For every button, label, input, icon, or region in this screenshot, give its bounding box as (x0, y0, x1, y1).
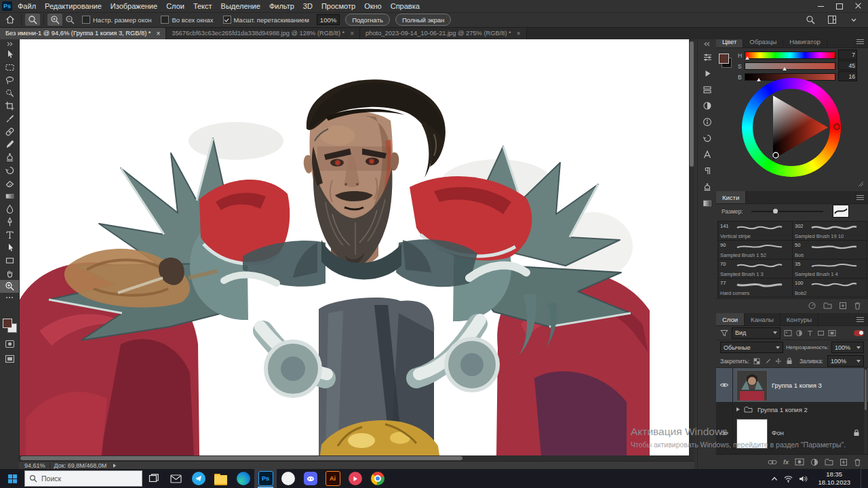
white-circle-app-icon[interactable] (277, 469, 299, 488)
quick-mask-icon[interactable] (0, 338, 19, 350)
tab-channels[interactable]: Каналы (745, 313, 781, 325)
document-tab-3[interactable]: photo_2023-09-14_10-06-21.jpg @ 275% (RG… (360, 27, 526, 39)
menu-select[interactable]: Выделение (221, 2, 260, 10)
menu-image[interactable]: Изображение (111, 2, 157, 10)
delete-brush-icon[interactable] (854, 302, 861, 310)
task-view-button[interactable] (142, 469, 165, 488)
restore-button[interactable] (830, 0, 849, 12)
document-tab-2[interactable]: 35676cbf63c63ec265fd1da338d94988.jpg @ 1… (166, 27, 360, 39)
layer-name[interactable]: Группа 1 копия 3 (772, 382, 822, 389)
brightness-value-field[interactable]: 16 (838, 71, 857, 81)
brush-item[interactable]: 302 Sampled Brush 19 10 (792, 221, 867, 241)
fill-dropdown[interactable]: 100% (827, 355, 864, 367)
lock-pixels-icon[interactable] (764, 358, 771, 365)
lasso-tool[interactable] (0, 74, 19, 87)
screen-mode-icon[interactable] (0, 352, 19, 365)
brush-size-slider-handle[interactable] (773, 209, 778, 214)
saturation-slider[interactable] (745, 62, 835, 70)
healing-brush-tool[interactable] (0, 125, 19, 138)
layer-effects-icon[interactable]: fx (783, 459, 789, 466)
color-swatches[interactable] (3, 319, 16, 332)
brush-item[interactable]: 70 Sampled Brush 1 3 (717, 259, 793, 279)
new-brush-icon[interactable] (839, 302, 847, 310)
layer-thumbnail[interactable] (736, 419, 768, 449)
document-tab-1[interactable]: Без имени-1 @ 94,6% (Группа 1 копия 3, R… (0, 27, 166, 39)
brush-item[interactable]: 141 Vertical stripe (717, 221, 793, 241)
photoshop-taskbar-icon[interactable]: Ps (254, 469, 277, 488)
eyedropper-tool[interactable] (0, 113, 19, 125)
tab-close-icon[interactable]: × (350, 30, 354, 37)
hue-slider-marker[interactable] (745, 56, 749, 60)
saturation-value-field[interactable]: 45 (838, 60, 857, 70)
zoom-in-icon[interactable] (47, 14, 62, 26)
menu-help[interactable]: Справка (391, 2, 420, 10)
brush-item[interactable]: 35 Sampled Brush 1 4 (792, 259, 867, 279)
toolbar-collapse-icon[interactable] (0, 39, 19, 48)
filter-image-icon[interactable] (784, 329, 792, 337)
layer-visibility-icon[interactable] (719, 430, 729, 436)
layer-name[interactable]: Фон (772, 429, 784, 436)
panel-menu-icon[interactable] (856, 317, 864, 322)
scrollbar-thumb[interactable] (20, 456, 462, 460)
canvas-horizontal-scrollbar[interactable] (19, 455, 689, 461)
saturation-slider-marker[interactable] (783, 67, 787, 70)
menu-view[interactable]: Просмотр (321, 2, 355, 10)
menu-type[interactable]: Текст (193, 2, 212, 10)
layer-row-group-1-copy-2[interactable]: Группа 1 копия 2 (716, 403, 868, 415)
hue-value-field[interactable]: 7 (838, 49, 857, 60)
search-icon[interactable] (803, 14, 818, 26)
start-button[interactable] (0, 469, 24, 488)
brush-item[interactable]: 50 Bob (792, 240, 867, 260)
tab-close-icon[interactable]: × (156, 30, 160, 37)
brush-item[interactable]: 90 Sampled Brush 1 52 (717, 240, 793, 260)
zoom-percentage-field[interactable]: 100% (317, 14, 340, 25)
chevron-down-icon[interactable] (846, 14, 861, 26)
new-group-icon[interactable] (825, 458, 833, 466)
marquee-tool[interactable] (0, 61, 19, 74)
pen-tool[interactable] (0, 216, 19, 228)
blur-tool[interactable] (0, 203, 19, 216)
taskbar-search-box[interactable]: Поиск (24, 470, 142, 487)
status-expand-icon[interactable] (113, 464, 116, 468)
home-icon[interactable] (3, 14, 18, 26)
zoom-all-windows-checkbox[interactable]: Во всех окнах (161, 16, 213, 24)
tab-layers[interactable]: Слои (716, 313, 745, 325)
edit-toolbar-icon[interactable] (0, 293, 19, 302)
eraser-tool[interactable] (0, 177, 19, 190)
scrubby-zoom-checkbox[interactable]: Масшт. перетаскиванием (223, 16, 309, 24)
layer-name[interactable]: Группа 1 копия 2 (757, 406, 808, 413)
clone-stamp-tool[interactable] (0, 151, 19, 164)
canvas-vertical-scrollbar[interactable] (689, 39, 694, 455)
saturation-brightness-triangle[interactable] (742, 78, 841, 177)
status-zoom-field[interactable]: 94,61% (24, 462, 45, 469)
brush-stroke-preview[interactable] (833, 205, 849, 218)
brush-tool[interactable] (0, 138, 19, 151)
tab-close-icon[interactable]: × (517, 30, 521, 37)
panel-menu-icon[interactable] (856, 195, 864, 200)
move-tool[interactable] (0, 48, 19, 61)
history-panel-icon[interactable] (698, 130, 717, 146)
adjustments-panel-icon[interactable] (698, 98, 717, 114)
path-selection-tool[interactable] (0, 241, 19, 254)
filter-type-icon[interactable] (806, 329, 814, 337)
document-canvas[interactable] (19, 39, 689, 455)
resize-windows-checkbox[interactable]: Настр. размер окон (82, 16, 151, 24)
zoom-out-icon[interactable] (62, 14, 77, 26)
layer-filter-dropdown[interactable]: Вид (732, 327, 781, 339)
brush-item[interactable]: 100 Bob2 (792, 278, 867, 298)
close-button[interactable] (849, 0, 868, 12)
filter-toggle[interactable] (854, 330, 864, 336)
tab-paths[interactable]: Контуры (781, 313, 818, 325)
shape-tool[interactable] (0, 254, 19, 267)
fit-screen-button[interactable]: Подогнать (345, 14, 390, 26)
volume-icon[interactable] (799, 475, 808, 483)
expand-panels-icon[interactable] (698, 39, 717, 49)
new-layer-icon[interactable] (840, 458, 848, 466)
hue-ring-marker[interactable] (834, 124, 840, 129)
brush-item[interactable]: 77 Hard corners (717, 278, 793, 298)
foreground-color-swatch[interactable] (719, 54, 729, 64)
fill-screen-button[interactable]: Полный экран (395, 14, 451, 26)
libraries-panel-icon[interactable] (698, 81, 717, 98)
menu-layers[interactable]: Слои (166, 2, 184, 10)
filter-adjustment-icon[interactable] (795, 329, 803, 337)
